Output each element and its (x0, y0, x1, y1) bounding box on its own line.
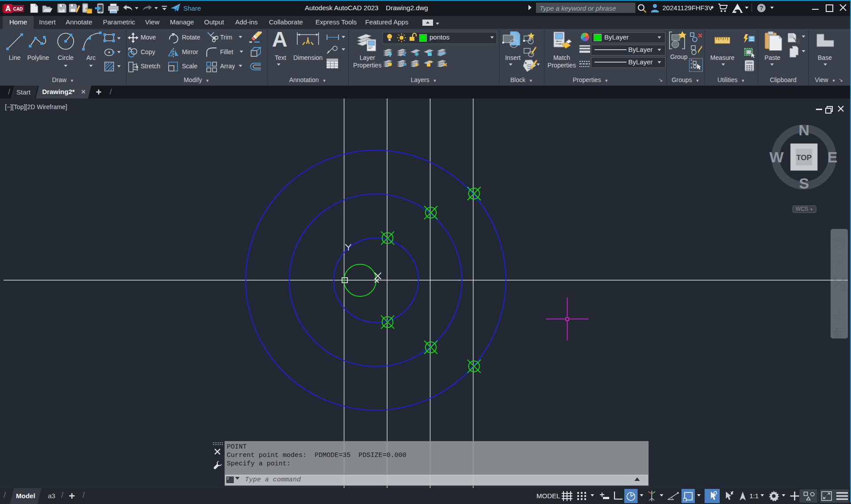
svg-text:N: N (799, 122, 810, 138)
svg-text:?: ? (760, 4, 764, 12)
svg-text:W: W (769, 149, 784, 165)
svg-text:S: S (799, 175, 809, 192)
svg-text:E: E (827, 149, 838, 165)
svg-text:TOP: TOP (796, 154, 812, 162)
svg-text:CAD: CAD (13, 7, 23, 12)
